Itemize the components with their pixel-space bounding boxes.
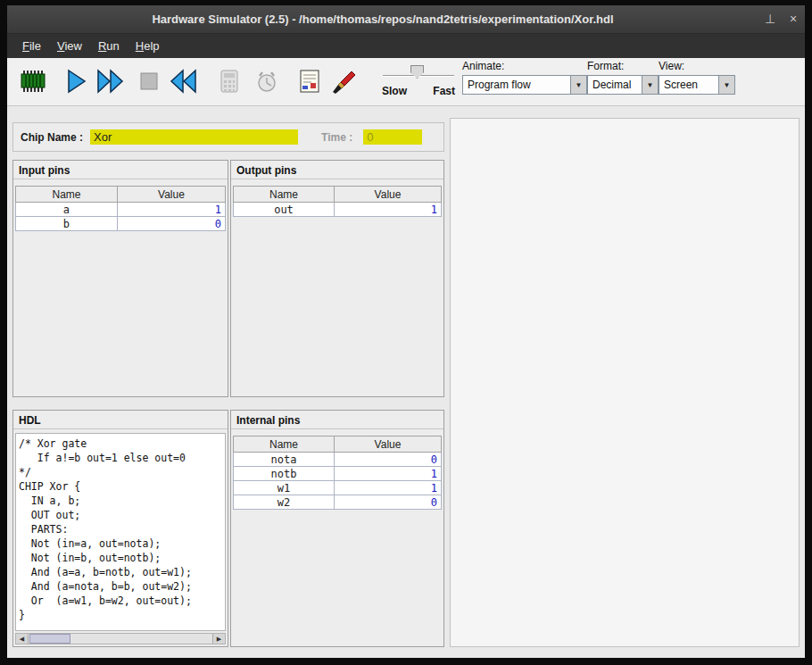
- scrollbar-thumb[interactable]: [29, 634, 70, 644]
- animate-select[interactable]: Program flow ▼: [462, 75, 587, 95]
- pin-name: out: [234, 203, 335, 217]
- close-icon: ×: [790, 12, 797, 26]
- window-frame: Hardware Simulator (2.5) - /home/thomas/…: [0, 0, 812, 665]
- view-group: View: Screen ▼: [659, 60, 735, 95]
- view-label: View:: [659, 60, 735, 72]
- chip-name-bar: Chip Name : Xor Time : 0: [12, 122, 444, 152]
- run-button[interactable]: [94, 64, 128, 98]
- hdl-code-line: And (a=a, b=notb, out=w1);: [19, 565, 225, 579]
- calculator-icon: [218, 68, 241, 95]
- program-icon: [298, 69, 321, 94]
- pin-value: 1: [335, 203, 442, 217]
- column-header-name: Name: [234, 436, 335, 453]
- hdl-code-line: IN a, b;: [19, 494, 225, 508]
- menu-item[interactable]: View: [49, 36, 90, 56]
- input-pins-panel: Input pins Name Value a 1: [12, 160, 228, 397]
- stop-icon: [136, 68, 162, 95]
- hdl-code-view: /* Xor gate If a!=b out=1 else out=0 */ …: [15, 433, 226, 631]
- hdl-horizontal-scrollbar[interactable]: ◀ ▶: [15, 633, 226, 644]
- toolbar: Slow Fast Animate: Program flow ▼ Format…: [7, 58, 805, 106]
- pin-row: out 1: [234, 203, 442, 217]
- column-header-value: Value: [335, 436, 442, 453]
- slider-labels: Slow Fast: [380, 85, 457, 97]
- stop-button[interactable]: [132, 64, 166, 98]
- view-value: Screen: [659, 76, 718, 94]
- table-header-row: Name Value: [234, 436, 442, 453]
- pin-name: w2: [234, 495, 335, 510]
- format-group: Format: Decimal ▼: [587, 60, 659, 95]
- animate-label: Animate:: [462, 60, 587, 72]
- clear-screen-button[interactable]: [327, 64, 360, 98]
- clock-icon: [253, 68, 280, 95]
- menu-item[interactable]: Run: [90, 36, 128, 56]
- pin-value: 1: [335, 467, 442, 481]
- pin-row: notb 1: [234, 467, 442, 481]
- hdl-code-line: Not (in=b, out=notb);: [19, 551, 225, 565]
- scroll-right-icon[interactable]: ▶: [212, 634, 225, 644]
- hdl-code-line: }: [19, 608, 225, 622]
- output-pins-panel: Output pins Name Value out 1: [230, 160, 444, 397]
- pin-name: w1: [234, 481, 335, 495]
- menu-item[interactable]: File: [14, 36, 49, 56]
- input-pins-table: Name Value a 1 b: [15, 186, 226, 231]
- minimize-button[interactable]: ⊥: [758, 5, 782, 33]
- menu-item[interactable]: Help: [128, 36, 168, 56]
- pin-name: notb: [234, 467, 335, 481]
- scroll-left-icon[interactable]: ◀: [16, 634, 29, 644]
- table-header-row: Name Value: [234, 187, 442, 203]
- main-content: Chip Name : Xor Time : 0 Input pins Name…: [7, 106, 805, 658]
- hdl-panel: HDL /* Xor gate If a!=b out=1 else out=0…: [12, 410, 228, 647]
- table-header-row: Name Value: [16, 187, 226, 203]
- screen-view-panel: [450, 118, 800, 647]
- format-label: Format:: [587, 60, 659, 72]
- format-select[interactable]: Decimal ▼: [587, 75, 659, 95]
- hdl-code-line: Not (in=a, out=nota);: [19, 536, 225, 551]
- animate-value: Program flow: [463, 76, 570, 94]
- hdl-code-line: If a!=b out=1 else out=0: [19, 451, 225, 465]
- slider-fast-label: Fast: [433, 85, 455, 97]
- reset-button[interactable]: [166, 64, 200, 98]
- speed-slider[interactable]: Slow Fast: [380, 62, 457, 103]
- close-button[interactable]: ×: [782, 5, 805, 33]
- hdl-code-line: And (a=nota, b=b, out=w2);: [19, 579, 225, 594]
- internal-pins-title: Internal pins: [231, 411, 443, 429]
- pin-value: 0: [335, 495, 442, 510]
- scrollbar-track[interactable]: [29, 634, 212, 644]
- pin-row: nota 0: [234, 453, 442, 467]
- chevron-down-icon: ▼: [642, 76, 658, 94]
- chip-icon: [19, 69, 47, 94]
- pin-value[interactable]: 1: [117, 203, 225, 217]
- paintbrush-icon: [330, 68, 357, 95]
- pin-name: b: [16, 217, 118, 231]
- single-step-button[interactable]: [59, 64, 93, 98]
- pin-name: a: [16, 203, 118, 217]
- pin-row: w2 0: [234, 495, 442, 510]
- column-header-value: Value: [335, 187, 442, 203]
- window-title: Hardware Simulator (2.5) - /home/thomas/…: [7, 12, 758, 26]
- pin-row: a 1: [16, 203, 226, 217]
- hdl-code-line: CHIP Xor {: [19, 479, 225, 494]
- load-chip-button[interactable]: [16, 64, 50, 98]
- calculator-button[interactable]: [212, 64, 246, 98]
- title-bar[interactable]: Hardware Simulator (2.5) - /home/thomas/…: [7, 5, 805, 34]
- hdl-code-line: PARTS:: [19, 522, 225, 536]
- hdl-title: HDL: [13, 411, 228, 429]
- pin-value: 1: [335, 481, 442, 495]
- hdl-code-line: /* Xor gate: [19, 436, 225, 451]
- rewind-icon: [168, 68, 198, 95]
- view-select[interactable]: Screen ▼: [659, 75, 735, 95]
- chip-name-field[interactable]: Xor: [90, 129, 298, 145]
- chip-name-label: Chip Name :: [21, 131, 83, 144]
- pin-name: nota: [234, 453, 335, 467]
- pin-value[interactable]: 0: [117, 217, 225, 231]
- internal-pins-table: Name Value nota 0 not: [233, 436, 442, 510]
- hdl-code-line: OUT out;: [19, 508, 225, 522]
- minimize-icon: ⊥: [765, 12, 775, 26]
- time-field: 0: [363, 129, 422, 145]
- chevron-down-icon: ▼: [570, 76, 586, 94]
- slider-slow-label: Slow: [382, 85, 407, 97]
- view-program-button[interactable]: [293, 64, 327, 98]
- clock-button[interactable]: [250, 64, 284, 98]
- pin-value: 0: [335, 453, 442, 467]
- pin-row: w1 1: [234, 481, 442, 495]
